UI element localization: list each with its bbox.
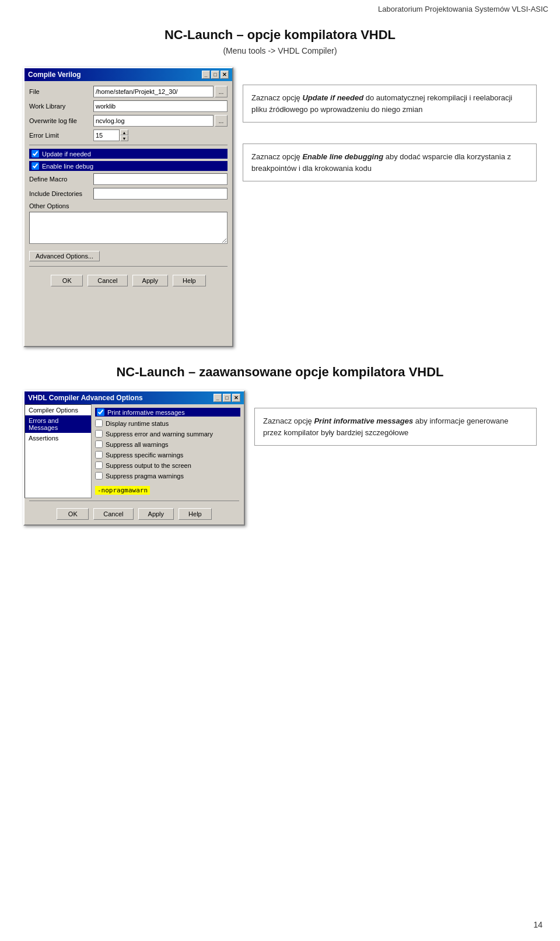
suppress-all-checkbox[interactable] [95, 440, 103, 448]
other-options-label: Other Options [29, 202, 93, 209]
dialog2-minimize-button[interactable]: _ [214, 394, 222, 402]
suppress-pragma-row[interactable]: Suppress pragma warnings [95, 472, 240, 480]
apply-button[interactable]: Apply [132, 275, 169, 286]
dialog2-inner: Compiler Options Errors and Messages Ass… [24, 404, 244, 498]
sidebar-compiler-options[interactable]: Compiler Options [25, 405, 91, 415]
sidebar-errors-messages[interactable]: Errors and Messages [25, 415, 91, 433]
annotation1-bold2: Enable line debugging [302, 152, 383, 161]
header-title: Laboratorium Projektowania Systemów VLSI… [378, 5, 548, 13]
section2-title: NC-Launch – zaawansowane opcje kompilato… [23, 365, 537, 380]
minimize-button[interactable]: _ [202, 71, 210, 79]
error-limit-input[interactable] [93, 130, 120, 141]
error-limit-label: Error Limit [29, 132, 93, 139]
overwrite-log-browse-button[interactable]: ... [215, 115, 228, 127]
dialog1-title-buttons: _ □ ✕ [202, 71, 229, 79]
yellow-tag: -nopragmawarn [95, 486, 150, 495]
ok-button[interactable]: OK [51, 275, 83, 286]
dialog2-ok-button[interactable]: OK [57, 508, 89, 520]
update-if-needed-row[interactable]: Update if needed [29, 149, 228, 159]
close-button[interactable]: ✕ [220, 71, 229, 79]
annotation1-text1: Zaznacz opcję Update if needed do automa… [251, 92, 528, 115]
dialog2-close-button[interactable]: ✕ [232, 394, 240, 402]
dialog2-sidebar: Compiler Options Errors and Messages Ass… [24, 404, 92, 498]
annotation1-box1: Zaznacz opcję Update if needed do automa… [243, 85, 537, 123]
section1-subtitle: (Menu tools -> VHDL Compiler) [23, 46, 537, 55]
work-library-input[interactable] [93, 100, 228, 112]
suppress-error-checkbox[interactable] [95, 430, 103, 438]
annotation2-prefix: Zaznacz opcję [263, 417, 314, 425]
file-input[interactable] [93, 86, 214, 97]
work-library-row: Work Library [29, 100, 228, 112]
display-runtime-row[interactable]: Display runtime status [95, 419, 240, 427]
update-if-needed-checkbox[interactable] [32, 150, 39, 158]
yellow-tag-area: -nopragmawarn [95, 482, 240, 495]
section1-content: Compile Verilog _ □ ✕ File ... Work Libr… [23, 67, 537, 347]
display-runtime-checkbox[interactable] [95, 419, 103, 427]
dialog2-options-panel: Print informative messages Display runti… [92, 404, 244, 498]
file-label: File [29, 88, 93, 95]
dialog1-titlebar: Compile Verilog _ □ ✕ [24, 68, 232, 81]
dialog2-cancel-button[interactable]: Cancel [93, 508, 133, 520]
file-browse-button[interactable]: ... [215, 86, 228, 97]
spin-down-button[interactable]: ▼ [120, 135, 128, 141]
dialog1-body: File ... Work Library Overwrite log file… [24, 81, 232, 296]
suppress-error-label: Suppress error and warning summary [106, 431, 213, 438]
annotation1-prefix1: Zaznacz opcję [251, 93, 302, 102]
separator1 [29, 145, 228, 145]
define-macro-input[interactable] [93, 173, 228, 185]
error-limit-spinner: ▲ ▼ [120, 130, 128, 141]
annotation2-box: Zaznacz opcję Print informative messages… [254, 408, 537, 446]
annotation2-area: Zaznacz opcję Print informative messages… [254, 390, 537, 446]
print-informative-checkbox[interactable] [97, 408, 104, 416]
display-runtime-label: Display runtime status [106, 420, 169, 427]
annotation1-area: Zaznacz opcję Update if needed do automa… [243, 67, 537, 181]
compile-verilog-dialog: Compile Verilog _ □ ✕ File ... Work Libr… [23, 67, 233, 347]
dialog2-separator [29, 501, 239, 501]
dialog2-maximize-button[interactable]: □ [223, 394, 231, 402]
dialog2-title: VHDL Compiler Advanced Options [28, 394, 143, 402]
suppress-specific-row[interactable]: Suppress specific warnings [95, 451, 240, 459]
suppress-pragma-label: Suppress pragma warnings [106, 473, 184, 480]
section2-content: VHDL Compiler Advanced Options _ □ ✕ Com… [23, 390, 537, 526]
dialog2-help-button[interactable]: Help [178, 508, 212, 520]
enable-line-debug-row[interactable]: Enable line debug [29, 161, 228, 171]
section1-title: NC-Launch – opcje kompilatora VHDL [23, 27, 537, 43]
annotation1-prefix2: Zaznacz opcję [251, 152, 302, 161]
cancel-button[interactable]: Cancel [88, 275, 127, 286]
print-informative-label: Print informative messages [107, 409, 185, 416]
include-directories-input[interactable] [93, 188, 228, 200]
dialog2-buttons: OK Cancel Apply Help [24, 503, 244, 524]
dialog2-apply-button[interactable]: Apply [138, 508, 174, 520]
suppress-output-checkbox[interactable] [95, 461, 103, 469]
maximize-button[interactable]: □ [211, 71, 219, 79]
help-button[interactable]: Help [173, 275, 206, 286]
print-informative-row[interactable]: Print informative messages [95, 408, 240, 417]
define-macro-row: Define Macro [29, 173, 228, 185]
suppress-output-row[interactable]: Suppress output to the screen [95, 461, 240, 469]
overwrite-log-input[interactable] [93, 115, 214, 127]
sidebar-assertions[interactable]: Assertions [25, 433, 91, 443]
define-macro-label: Define Macro [29, 176, 93, 183]
annotation2-text: Zaznacz opcję Print informative messages… [263, 415, 528, 438]
other-options-section: Other Options [29, 202, 228, 249]
overwrite-log-row: Overwrite log file ... [29, 115, 228, 127]
other-options-textarea[interactable] [29, 212, 228, 244]
file-row: File ... [29, 86, 228, 97]
annotation2-bold: Print informative messages [314, 417, 413, 425]
annotation1-bold1: Update if needed [302, 93, 363, 102]
separator2 [29, 266, 228, 267]
suppress-all-row[interactable]: Suppress all warnings [95, 440, 240, 448]
suppress-specific-checkbox[interactable] [95, 451, 103, 459]
overwrite-log-label: Overwrite log file [29, 117, 93, 124]
error-limit-row: Error Limit ▲ ▼ [29, 130, 228, 141]
enable-line-debug-checkbox[interactable] [32, 162, 39, 170]
advanced-options-button[interactable]: Advanced Options... [29, 251, 100, 261]
work-library-label: Work Library [29, 103, 93, 110]
vhdl-advanced-dialog: VHDL Compiler Advanced Options _ □ ✕ Com… [23, 390, 245, 526]
suppress-all-label: Suppress all warnings [106, 441, 169, 448]
spin-up-button[interactable]: ▲ [120, 130, 128, 135]
suppress-pragma-checkbox[interactable] [95, 472, 103, 480]
suppress-error-row[interactable]: Suppress error and warning summary [95, 430, 240, 438]
dialog2-titlebar: VHDL Compiler Advanced Options _ □ ✕ [24, 391, 244, 404]
page-number: 14 [533, 920, 542, 929]
